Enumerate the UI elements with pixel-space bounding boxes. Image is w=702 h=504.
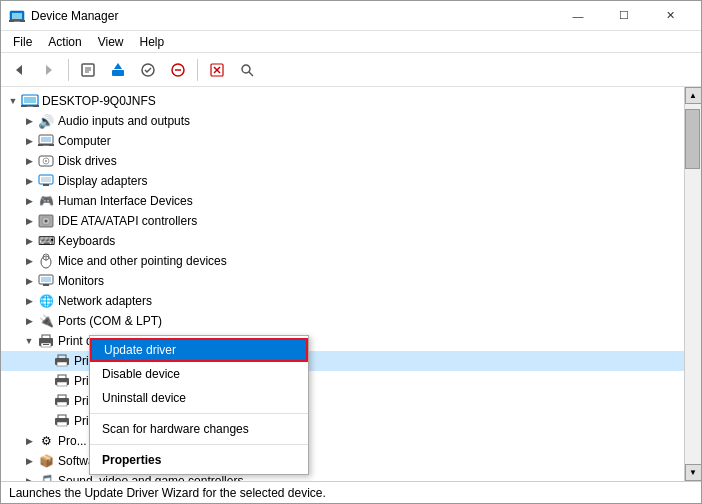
menu-view[interactable]: View — [90, 33, 132, 51]
display-icon — [37, 173, 55, 189]
scroll-thumb[interactable] — [685, 109, 700, 169]
window-controls: — ☐ ✕ — [555, 1, 693, 31]
disk-expander[interactable]: ▶ — [21, 153, 37, 169]
ide-label: IDE ATA/ATAPI controllers — [58, 214, 197, 228]
svg-rect-23 — [27, 106, 33, 107]
sound-expander[interactable]: ▶ — [21, 473, 37, 481]
root-expander[interactable]: ▼ — [5, 93, 21, 109]
tree-root[interactable]: ▼ DESKTOP-9Q0JNFS — [1, 91, 684, 111]
svg-marker-11 — [114, 63, 122, 69]
menu-action[interactable]: Action — [40, 33, 89, 51]
disable-button[interactable] — [164, 56, 192, 84]
hid-label: Human Interface Devices — [58, 194, 193, 208]
ctx-separator-2 — [90, 444, 308, 445]
network-label: Network adapters — [58, 294, 152, 308]
tree-item-display[interactable]: ▶ Display adapters — [1, 171, 684, 191]
forward-button[interactable] — [35, 56, 63, 84]
sound-label: Sound, video and game controllers — [58, 474, 243, 481]
uninstall-button[interactable] — [203, 56, 231, 84]
proc-icon: ⚙ — [37, 433, 55, 449]
keyboards-expander[interactable]: ▶ — [21, 233, 37, 249]
tree-item-hid[interactable]: ▶ 🎮 Human Interface Devices — [1, 191, 684, 211]
ctx-separator-1 — [90, 413, 308, 414]
svg-rect-3 — [14, 21, 20, 22]
proc-expander[interactable]: ▶ — [21, 433, 37, 449]
maximize-button[interactable]: ☐ — [601, 1, 647, 31]
minimize-button[interactable]: — — [555, 1, 601, 31]
audio-label: Audio inputs and outputs — [58, 114, 190, 128]
svg-point-30 — [45, 160, 47, 162]
print1-icon — [53, 353, 71, 369]
tree-item-ide[interactable]: ▶ IDE ATA/ATAPI controllers — [1, 211, 684, 231]
hid-expander[interactable]: ▶ — [21, 193, 37, 209]
svg-rect-49 — [57, 362, 67, 366]
tree-item-computer[interactable]: ▶ Computer — [1, 131, 684, 151]
scan-button[interactable] — [233, 56, 261, 84]
hid-icon: 🎮 — [37, 193, 55, 209]
back-button[interactable] — [5, 56, 33, 84]
enable-button[interactable] — [134, 56, 162, 84]
menu-file[interactable]: File — [5, 33, 40, 51]
ctx-uninstall-device[interactable]: Uninstall device — [90, 386, 308, 410]
svg-rect-25 — [41, 137, 51, 142]
computer-icon — [21, 93, 39, 109]
svg-rect-42 — [43, 284, 49, 286]
display-expander[interactable]: ▶ — [21, 173, 37, 189]
status-bar: Launches the Update Driver Wizard for th… — [1, 481, 701, 503]
sound-icon: 🎵 — [37, 473, 55, 481]
network-expander[interactable]: ▶ — [21, 293, 37, 309]
device-tree[interactable]: ▼ DESKTOP-9Q0JNFS ▶ 🔊 Audio inputs and o… — [1, 87, 684, 481]
computer-device-icon — [37, 133, 55, 149]
keyboard-icon: ⌨ — [37, 233, 55, 249]
ide-expander[interactable]: ▶ — [21, 213, 37, 229]
software-expander[interactable]: ▶ — [21, 453, 37, 469]
properties-button[interactable] — [74, 56, 102, 84]
display-label: Display adapters — [58, 174, 147, 188]
tree-item-network[interactable]: ▶ 🌐 Network adapters — [1, 291, 684, 311]
menu-bar: File Action View Help — [1, 31, 701, 53]
close-button[interactable]: ✕ — [647, 1, 693, 31]
window-icon — [9, 8, 25, 24]
tree-item-ports[interactable]: ▶ 🔌 Ports (COM & LPT) — [1, 311, 684, 331]
scroll-up-button[interactable]: ▲ — [685, 87, 702, 104]
tree-item-keyboards[interactable]: ▶ ⌨ Keyboards — [1, 231, 684, 251]
print3-icon — [53, 393, 71, 409]
device-manager-window: Device Manager — ☐ ✕ File Action View He… — [0, 0, 702, 504]
vertical-scrollbar[interactable]: ▲ ▼ — [684, 87, 701, 481]
tree-item-audio[interactable]: ▶ 🔊 Audio inputs and outputs — [1, 111, 684, 131]
svg-rect-33 — [43, 184, 49, 186]
scroll-track[interactable] — [685, 104, 701, 464]
svg-rect-55 — [57, 402, 67, 406]
print-expander[interactable]: ▼ — [21, 333, 37, 349]
mouse-icon — [37, 253, 55, 269]
tree-item-disk[interactable]: ▶ Disk drives — [1, 151, 684, 171]
ports-label: Ports (COM & LPT) — [58, 314, 162, 328]
ports-expander[interactable]: ▶ — [21, 313, 37, 329]
mice-expander[interactable]: ▶ — [21, 253, 37, 269]
svg-rect-41 — [41, 277, 51, 282]
tree-item-monitors[interactable]: ▶ Monitors — [1, 271, 684, 291]
svg-point-36 — [45, 220, 48, 223]
mice-label: Mice and other pointing devices — [58, 254, 227, 268]
window-title: Device Manager — [31, 9, 555, 23]
ctx-properties[interactable]: Properties — [90, 448, 308, 472]
disk-icon — [37, 153, 55, 169]
ctx-disable-device[interactable]: Disable device — [90, 362, 308, 386]
menu-help[interactable]: Help — [132, 33, 173, 51]
svg-rect-10 — [112, 70, 124, 76]
svg-rect-46 — [43, 344, 49, 345]
ctx-properties-label: Properties — [102, 453, 161, 467]
tree-item-mice[interactable]: ▶ Mice and other pointing devices — [1, 251, 684, 271]
proc-label: Pro... — [58, 434, 87, 448]
print-icon — [37, 333, 55, 349]
computer-expander[interactable]: ▶ — [21, 133, 37, 149]
svg-marker-5 — [46, 65, 52, 75]
update-driver-toolbar-button[interactable] — [104, 56, 132, 84]
ctx-scan-hardware[interactable]: Scan for hardware changes — [90, 417, 308, 441]
audio-expander[interactable]: ▶ — [21, 113, 37, 129]
svg-marker-4 — [16, 65, 22, 75]
scroll-down-button[interactable]: ▼ — [685, 464, 702, 481]
monitors-expander[interactable]: ▶ — [21, 273, 37, 289]
ctx-update-driver[interactable]: Update driver — [90, 338, 308, 362]
svg-point-18 — [242, 65, 250, 73]
